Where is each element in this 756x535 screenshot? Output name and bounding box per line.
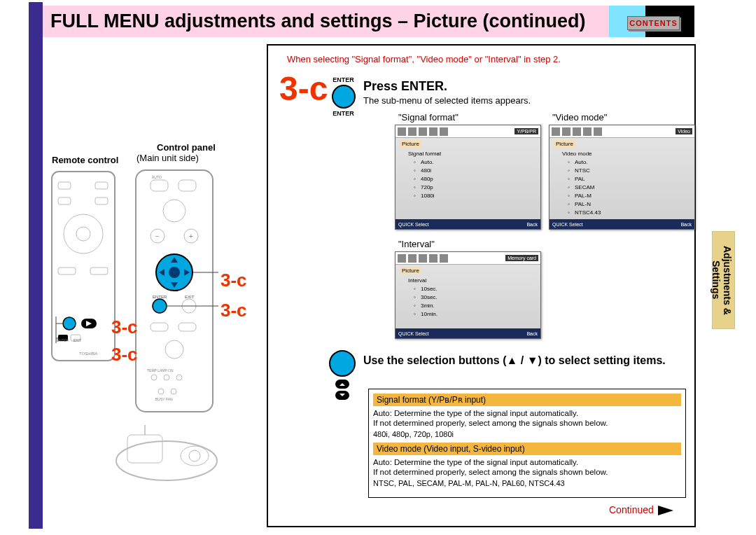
svg-rect-3 bbox=[58, 182, 71, 189]
submenu-tabs: Memory card bbox=[396, 252, 540, 265]
svg-text:AUTO: AUTO bbox=[152, 175, 162, 179]
label-remote-control: Remote control bbox=[52, 155, 118, 165]
svg-text:BUSY   FAN: BUSY FAN bbox=[155, 397, 173, 401]
submenu-header: Picture bbox=[400, 140, 421, 148]
svg-text:EXIT: EXIT bbox=[74, 338, 81, 342]
submenu-item: 720p bbox=[400, 183, 536, 192]
submenu-source: Y/PB/PR bbox=[514, 128, 538, 134]
svg-text:TEMP LAMP ON: TEMP LAMP ON bbox=[147, 368, 174, 373]
section-tab: Adjustments & Settings bbox=[712, 231, 735, 329]
svg-point-53 bbox=[181, 446, 209, 466]
step-callout: 3-c bbox=[111, 317, 138, 338]
up-button-icon bbox=[335, 380, 349, 389]
continued-label: Continued bbox=[609, 504, 673, 515]
svg-text:ENTER: ENTER bbox=[153, 295, 167, 299]
svg-point-35 bbox=[153, 299, 167, 313]
info-heading-video-mode: Video mode (Video input, S-video input) bbox=[373, 443, 681, 455]
submenu-interval: Memory card Picture Interval 10sec. 30se… bbox=[395, 251, 541, 339]
svg-point-24 bbox=[163, 200, 186, 222]
contents-button[interactable]: CONTENTS bbox=[627, 16, 680, 30]
info-text: Auto: Determine the type of the signal i… bbox=[373, 409, 681, 417]
svg-rect-40 bbox=[178, 323, 196, 331]
submenu-item: 3min. bbox=[400, 302, 536, 310]
svg-point-30 bbox=[169, 267, 180, 278]
submenu-item: 480p bbox=[400, 175, 536, 183]
svg-rect-0 bbox=[52, 172, 115, 361]
submenu-item: 1080i bbox=[400, 192, 536, 200]
svg-rect-52 bbox=[127, 435, 162, 463]
submenu-subhead: Signal format bbox=[400, 149, 536, 158]
side-stripe bbox=[29, 2, 43, 529]
svg-rect-21 bbox=[150, 180, 168, 191]
svg-point-45 bbox=[158, 389, 164, 394]
svg-point-42 bbox=[151, 375, 157, 380]
svg-rect-22 bbox=[178, 180, 196, 191]
submenu-source: Memory card bbox=[505, 255, 538, 261]
svg-rect-4 bbox=[95, 182, 108, 189]
step-callout: 3-c bbox=[220, 270, 247, 291]
submenu-video-mode: Video Picture Video mode Auto. NTSC PAL … bbox=[549, 125, 695, 230]
submenu-footer: QUICK SelectBack bbox=[396, 219, 540, 229]
svg-text:−: − bbox=[155, 232, 160, 240]
info-text: If not determined properly, select among… bbox=[373, 419, 681, 427]
svg-point-9 bbox=[63, 317, 76, 330]
info-box: Signal format (Y/Pʙ/Pʀ input) Auto: Dete… bbox=[368, 389, 686, 498]
svg-point-51 bbox=[116, 441, 217, 480]
submenu-item: Auto. bbox=[554, 158, 690, 167]
submenu-signal-format: Y/PB/PR Picture Signal format Auto. 480i… bbox=[395, 125, 541, 230]
caption-video-mode: "Video mode" bbox=[552, 112, 607, 123]
condition-note: When selecting "Signal format", "Video m… bbox=[287, 54, 561, 64]
svg-point-1 bbox=[64, 214, 103, 253]
svg-point-41 bbox=[165, 340, 183, 359]
submenu-tabs: Video bbox=[550, 125, 694, 138]
submenu-item: SECAM bbox=[554, 183, 690, 192]
svg-rect-7 bbox=[58, 268, 76, 275]
caption-interval: "Interval" bbox=[398, 239, 435, 249]
submenu-item: 30sec. bbox=[400, 293, 536, 302]
submenu-item: NTSC4.43 bbox=[554, 209, 690, 217]
svg-point-2 bbox=[76, 227, 90, 241]
submenu-item: 10sec. bbox=[400, 285, 536, 293]
label-main-unit: (Main unit side) bbox=[136, 153, 199, 163]
enter-diagram: ENTER ENTER bbox=[328, 76, 359, 117]
svg-point-43 bbox=[164, 375, 169, 380]
submenu-header: Picture bbox=[554, 140, 575, 148]
selection-diagram bbox=[328, 350, 357, 402]
info-text: Auto: Determine the type of the signal i… bbox=[373, 458, 681, 466]
svg-point-46 bbox=[171, 389, 176, 394]
submenu-item: PAL-N bbox=[554, 200, 690, 209]
svg-rect-8 bbox=[90, 268, 108, 275]
info-text: If not determined properly, select among… bbox=[373, 468, 681, 476]
step-number: 3-c bbox=[279, 69, 328, 108]
label-control-panel: Control panel bbox=[157, 142, 216, 153]
svg-rect-39 bbox=[150, 323, 168, 331]
step-title: Press ENTER. bbox=[363, 79, 447, 94]
submenu-item: PAL bbox=[554, 175, 690, 183]
step-callout: 3-c bbox=[220, 300, 247, 321]
step2-title: Use the selection buttons (▲ / ▼) to sel… bbox=[363, 354, 666, 368]
step-subtitle: The sub-menu of selected items appears. bbox=[363, 95, 531, 106]
submenu-item: PAL-M bbox=[554, 192, 690, 200]
svg-text:TOSHIBA: TOSHIBA bbox=[79, 352, 97, 356]
submenu-subhead: Interval bbox=[400, 276, 536, 285]
submenu-tabs: Y/PB/PR bbox=[396, 125, 540, 138]
svg-text:+: + bbox=[189, 232, 193, 240]
submenu-source: Video bbox=[676, 128, 692, 134]
svg-point-44 bbox=[176, 375, 182, 380]
page-title: FULL MENU adjustments and settings – Pic… bbox=[50, 6, 586, 37]
svg-point-54 bbox=[189, 450, 200, 461]
step-callout: 3-c bbox=[111, 344, 138, 366]
control-panel-illustration: AUTO − + ENTER EXIT TEMP LAMP ON BUSY FA… bbox=[133, 167, 224, 419]
down-button-icon bbox=[335, 391, 349, 400]
enter-label-top: ENTER bbox=[328, 76, 359, 83]
submenu-header: Picture bbox=[400, 267, 421, 275]
info-heading-signal-format: Signal format (Y/Pʙ/Pʀ input) bbox=[373, 394, 681, 406]
submenu-item: 480i bbox=[400, 167, 536, 175]
svg-text:EXIT: EXIT bbox=[185, 295, 195, 299]
submenu-item: 10min. bbox=[400, 310, 536, 319]
svg-rect-5 bbox=[58, 197, 71, 204]
svg-text:ENTER: ENTER bbox=[57, 338, 69, 342]
submenu-item: NTSC bbox=[554, 167, 690, 175]
projector-illustration bbox=[111, 422, 223, 485]
submenu-subhead: Video mode bbox=[554, 149, 690, 158]
